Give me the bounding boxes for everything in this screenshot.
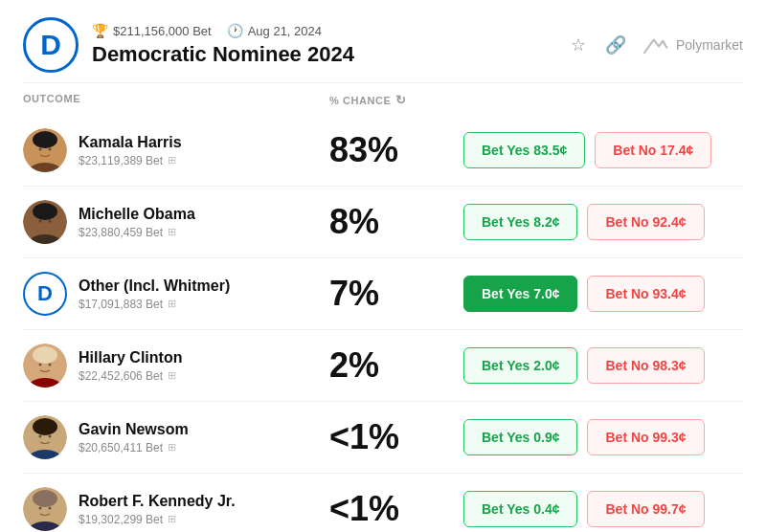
table-rows: Kamala Harris $23,119,389 Bet ⊞ 83% Bet … xyxy=(0,115,766,532)
market-title: Democratic Nominee 2024 xyxy=(92,42,354,67)
bet-no-button[interactable]: Bet No 99.3¢ xyxy=(587,419,704,455)
bet-buttons: Bet Yes 2.0¢ Bet No 98.3¢ xyxy=(463,347,743,384)
table-row: Kamala Harris $23,119,389 Bet ⊞ 83% Bet … xyxy=(23,115,743,187)
link-button[interactable]: 🔗 xyxy=(601,31,630,59)
chance-value: 7% xyxy=(329,274,463,314)
svg-point-11 xyxy=(49,220,52,223)
outcome-bet: $20,650,411 Bet ⊞ xyxy=(79,441,189,454)
svg-point-7 xyxy=(33,203,57,220)
outcome-bet: $23,880,459 Bet ⊞ xyxy=(79,226,195,239)
outcome-cell: D Other (Incl. Whitmer) $17,091,883 Bet … xyxy=(23,272,329,316)
svg-point-16 xyxy=(39,364,42,366)
star-button[interactable]: ☆ xyxy=(567,31,590,59)
share-icon: ⊞ xyxy=(168,513,176,525)
outcome-cell: Gavin Newsom $20,650,411 Bet ⊞ xyxy=(23,415,329,459)
col-actions-label xyxy=(463,93,743,107)
outcome-bet: $23,119,389 Bet ⊞ xyxy=(79,154,182,167)
svg-point-29 xyxy=(49,507,52,510)
svg-point-17 xyxy=(49,364,52,366)
outcome-bet: $17,091,883 Bet ⊞ xyxy=(79,298,230,311)
outcome-cell: Hillary Clinton $22,452,606 Bet ⊞ xyxy=(23,344,329,388)
market-date: Aug 21, 2024 xyxy=(248,24,322,38)
outcome-info: Michelle Obama $23,880,459 Bet ⊞ xyxy=(79,206,195,239)
bet-no-button[interactable]: Bet No 17.4¢ xyxy=(595,132,711,168)
svg-point-25 xyxy=(33,490,57,507)
svg-point-28 xyxy=(39,507,42,510)
chance-value: 8% xyxy=(329,202,463,242)
party-letter: D xyxy=(40,29,61,61)
share-icon: ⊞ xyxy=(168,298,176,310)
outcome-info: Robert F. Kennedy Jr. $19,302,299 Bet ⊞ xyxy=(79,493,236,526)
avatar xyxy=(23,200,67,244)
bet-no-button[interactable]: Bet No 99.7¢ xyxy=(587,491,704,527)
avatar xyxy=(23,344,67,388)
table-row: Michelle Obama $23,880,459 Bet ⊞ 8% Bet … xyxy=(23,187,743,258)
bet-yes-button[interactable]: Bet Yes 7.0¢ xyxy=(463,276,577,312)
svg-point-22 xyxy=(39,435,42,438)
page-header: D 🏆 $211,156,000 Bet 🕐 Aug 21, 2024 Demo… xyxy=(0,0,766,82)
bet-yes-button[interactable]: Bet Yes 0.4¢ xyxy=(463,491,577,527)
svg-point-10 xyxy=(39,220,42,223)
chance-value: <1% xyxy=(329,489,463,529)
outcome-cell: Michelle Obama $23,880,459 Bet ⊞ xyxy=(23,200,329,244)
avatar xyxy=(23,415,67,459)
svg-point-19 xyxy=(33,418,57,435)
outcome-name: Gavin Newsom xyxy=(79,421,189,438)
bet-buttons: Bet Yes 83.5¢ Bet No 17.4¢ xyxy=(463,132,743,168)
outcome-name: Other (Incl. Whitmer) xyxy=(79,277,230,295)
bet-amount: $211,156,000 Bet xyxy=(113,24,212,38)
bet-yes-button[interactable]: Bet Yes 83.5¢ xyxy=(463,132,585,168)
outcome-info: Other (Incl. Whitmer) $17,091,883 Bet ⊞ xyxy=(79,277,230,311)
avatar xyxy=(23,487,67,531)
avatar xyxy=(23,128,67,172)
outcome-name: Michelle Obama xyxy=(79,206,195,223)
share-icon: ⊞ xyxy=(168,154,176,166)
chance-value: <1% xyxy=(329,417,463,457)
polymarket-logo-icon xyxy=(642,34,668,55)
outcome-bet: $19,302,299 Bet ⊞ xyxy=(79,513,236,526)
table-row: Hillary Clinton $22,452,606 Bet ⊞ 2% Bet… xyxy=(23,330,743,402)
outcome-name: Kamala Harris xyxy=(79,134,182,151)
polymarket-badge: Polymarket xyxy=(642,34,743,55)
share-icon: ⊞ xyxy=(168,226,176,238)
bet-buttons: Bet Yes 0.4¢ Bet No 99.7¢ xyxy=(463,491,743,527)
svg-point-5 xyxy=(49,148,52,151)
bet-yes-button[interactable]: Bet Yes 8.2¢ xyxy=(463,204,577,240)
bet-no-button[interactable]: Bet No 98.3¢ xyxy=(587,347,704,384)
bet-meta: 🏆 $211,156,000 Bet xyxy=(92,23,212,38)
header-right: ☆ 🔗 Polymarket xyxy=(567,31,743,59)
bet-buttons: Bet Yes 7.0¢ Bet No 93.4¢ xyxy=(463,276,743,312)
polymarket-label: Polymarket xyxy=(676,37,743,53)
svg-point-13 xyxy=(33,346,57,364)
table-header: OUTCOME % CHANCE ↻ xyxy=(0,83,766,115)
chance-value: 83% xyxy=(329,130,463,170)
header-left: D 🏆 $211,156,000 Bet 🕐 Aug 21, 2024 Demo… xyxy=(23,17,354,73)
bet-buttons: Bet Yes 8.2¢ Bet No 92.4¢ xyxy=(463,204,743,240)
outcome-info: Gavin Newsom $20,650,411 Bet ⊞ xyxy=(79,421,189,454)
date-meta: 🕐 Aug 21, 2024 xyxy=(227,23,322,38)
bet-no-button[interactable]: Bet No 93.4¢ xyxy=(587,276,704,312)
outcome-info: Hillary Clinton $22,452,606 Bet ⊞ xyxy=(79,349,182,383)
outcome-info: Kamala Harris $23,119,389 Bet ⊞ xyxy=(79,134,182,167)
trophy-icon: 🏆 xyxy=(92,23,108,38)
bet-buttons: Bet Yes 0.9¢ Bet No 99.3¢ xyxy=(463,419,743,455)
outcome-cell: Kamala Harris $23,119,389 Bet ⊞ xyxy=(23,128,329,172)
bet-yes-button[interactable]: Bet Yes 2.0¢ xyxy=(463,347,577,384)
title-block: 🏆 $211,156,000 Bet 🕐 Aug 21, 2024 Democr… xyxy=(92,23,354,67)
table-row: Gavin Newsom $20,650,411 Bet ⊞ <1% Bet Y… xyxy=(23,402,743,474)
avatar: D xyxy=(23,272,67,316)
col-outcome-label: OUTCOME xyxy=(23,93,329,107)
bet-no-button[interactable]: Bet No 92.4¢ xyxy=(587,204,704,240)
share-icon: ⊞ xyxy=(168,441,176,454)
outcome-name: Hillary Clinton xyxy=(79,349,182,366)
header-meta: 🏆 $211,156,000 Bet 🕐 Aug 21, 2024 xyxy=(92,23,354,38)
table-row: D Other (Incl. Whitmer) $17,091,883 Bet … xyxy=(23,258,743,330)
bet-yes-button[interactable]: Bet Yes 0.9¢ xyxy=(463,419,577,455)
clock-icon: 🕐 xyxy=(227,23,243,38)
outcome-name: Robert F. Kennedy Jr. xyxy=(79,493,236,510)
outcome-cell: Robert F. Kennedy Jr. $19,302,299 Bet ⊞ xyxy=(23,487,329,531)
svg-point-1 xyxy=(33,131,57,148)
svg-point-4 xyxy=(39,148,42,151)
chance-value: 2% xyxy=(329,345,463,386)
outcome-bet: $22,452,606 Bet ⊞ xyxy=(79,369,182,383)
